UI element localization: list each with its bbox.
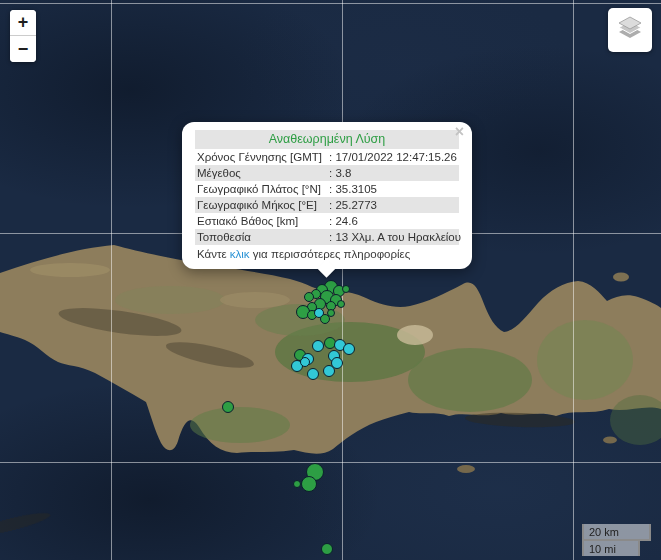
earthquake-marker[interactable] — [343, 343, 355, 355]
map-canvas[interactable]: × Αναθεωρημένη Λύση Χρόνος Γέννησης [GMT… — [0, 0, 661, 560]
popup-row-label: Χρόνος Γέννησης [GMT] — [197, 151, 329, 164]
popup-row-label: Εστιακό Βάθος [km] — [197, 215, 329, 228]
footer-text-suffix: για περισσότερες πληροφορίες — [250, 248, 411, 260]
popup-footer: Κάντε κλικ για περισσότερες πληροφορίες — [195, 245, 459, 260]
popup-row-value: : 3.8 — [329, 167, 457, 180]
popup-row: Γεωγραφικό Πλάτος [°N]: 35.3105 — [195, 181, 459, 197]
islet-koufonisi — [603, 437, 617, 444]
earthquake-marker[interactable] — [304, 292, 314, 302]
popup-row-value: : 35.3105 — [329, 183, 457, 196]
popup-row-value: : 13 Χλμ. Α του Ηρακλείου — [329, 231, 461, 244]
popup-title: Αναθεωρημένη Λύση — [195, 130, 459, 149]
popup-row: Χρόνος Γέννησης [GMT]: 17/01/2022 12:47:… — [195, 149, 459, 165]
earthquake-marker[interactable] — [301, 476, 317, 492]
layers-control[interactable] — [608, 8, 652, 52]
layers-icon — [617, 15, 643, 45]
earthquake-popup: × Αναθεωρημένη Λύση Χρόνος Γέννησης [GMT… — [182, 122, 472, 269]
popup-row-value: : 25.2773 — [329, 199, 457, 212]
earthquake-marker[interactable] — [321, 543, 333, 555]
earthquake-marker[interactable] — [337, 300, 345, 308]
zoom-control: + − — [10, 10, 36, 62]
popup-row-value: : 24.6 — [329, 215, 457, 228]
earthquake-marker[interactable] — [300, 357, 310, 367]
popup-row: Γεωγραφικό Μήκος [°E]: 25.2773 — [195, 197, 459, 213]
earthquake-marker[interactable] — [307, 368, 319, 380]
popup-row: Τοποθεσία: 13 Χλμ. Α του Ηρακλείου — [195, 229, 459, 245]
earthquake-marker[interactable] — [331, 357, 343, 369]
popup-close-icon[interactable]: × — [455, 125, 464, 139]
more-info-link[interactable]: κλικ — [230, 248, 250, 260]
popup-row: Μέγεθος: 3.8 — [195, 165, 459, 181]
earthquake-marker[interactable] — [293, 480, 301, 488]
islet-northeast — [613, 273, 629, 282]
popup-row-label: Γεωγραφικό Πλάτος [°N] — [197, 183, 329, 196]
popup-row-label: Μέγεθος — [197, 167, 329, 180]
popup-detail-table: Χρόνος Γέννησης [GMT]: 17/01/2022 12:47:… — [195, 149, 459, 245]
popup-row-label: Γεωγραφικό Μήκος [°E] — [197, 199, 329, 212]
zoom-out-button[interactable]: − — [10, 36, 36, 62]
scale-mi: 10 mi — [582, 539, 640, 556]
popup-row-value: : 17/01/2022 12:47:15.26 — [329, 151, 457, 164]
popup-row-label: Τοποθεσία — [197, 231, 329, 244]
earthquake-marker[interactable] — [327, 309, 335, 317]
popup-row: Εστιακό Βάθος [km]: 24.6 — [195, 213, 459, 229]
footer-text-prefix: Κάντε — [197, 248, 230, 260]
zoom-in-button[interactable]: + — [10, 10, 36, 36]
earthquake-marker[interactable] — [312, 340, 324, 352]
scale-control: 20 km 10 mi — [582, 524, 651, 556]
earthquake-marker[interactable] — [222, 401, 234, 413]
islet-chrysi — [457, 465, 475, 473]
earthquake-marker[interactable] — [342, 285, 350, 293]
